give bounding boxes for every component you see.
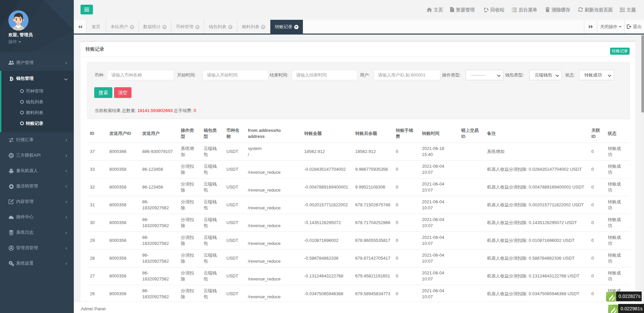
svg-text:₿: ₿ [9, 76, 13, 82]
